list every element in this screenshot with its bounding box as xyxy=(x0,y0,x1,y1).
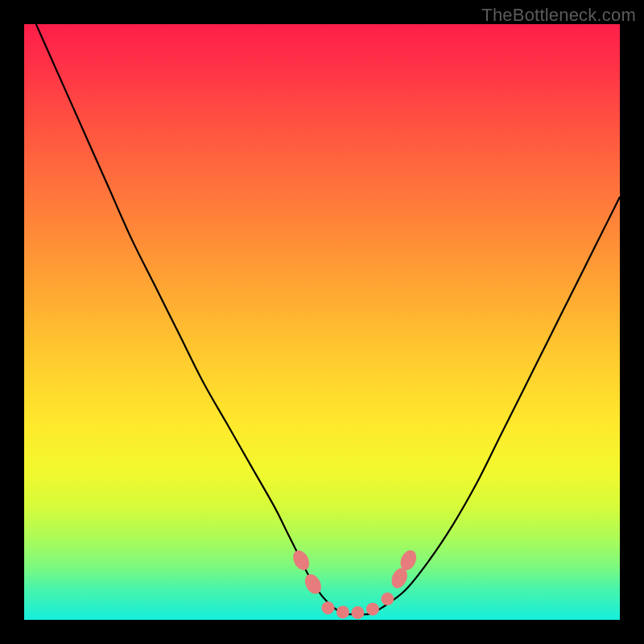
trough-4 xyxy=(366,603,379,616)
trough-3 xyxy=(351,606,364,619)
plot-area xyxy=(24,24,620,620)
trough-2 xyxy=(336,605,349,618)
marker-group xyxy=(290,547,419,619)
watermark-text: TheBottleneck.com xyxy=(481,5,636,26)
trough-1 xyxy=(321,601,334,614)
chart-frame: TheBottleneck.com xyxy=(0,0,644,644)
curve-overlay xyxy=(24,24,620,620)
left-cluster-2 xyxy=(302,572,324,597)
right-cluster xyxy=(381,592,394,605)
bottleneck-curve xyxy=(36,24,620,614)
left-cluster xyxy=(290,547,312,572)
